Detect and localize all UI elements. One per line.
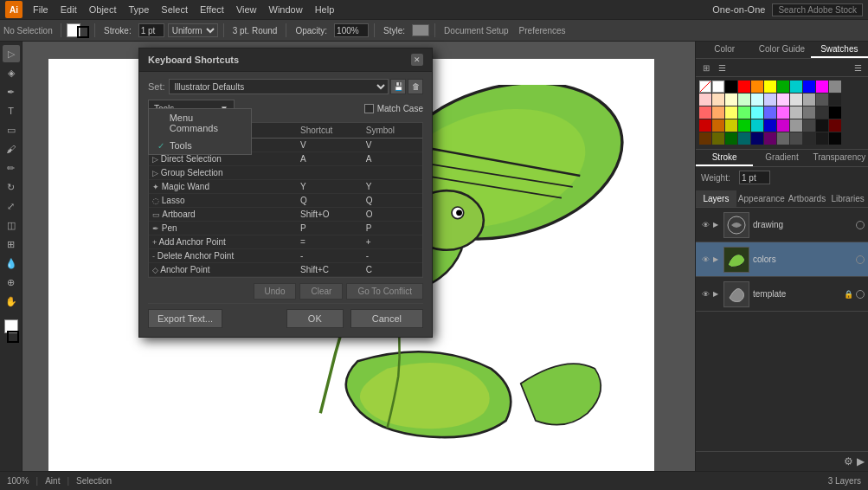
table-row[interactable]: ~ Curvature ToolShift+~~ — [149, 277, 422, 279]
dialog-overlay: Keyboard Shortcuts ✕ Set: Illustrator De… — [0, 0, 868, 490]
set-row: Set: Illustrator Defaults 💾 🗑 — [148, 79, 423, 94]
table-body: ▷ SelectionVV ▷ Direct SelectionAA ▷ Gro… — [149, 139, 422, 279]
table-row[interactable]: ✦ Magic WandYY — [149, 180, 422, 194]
tools-row: Tools ▼ Menu Commands ✓ Tools — [148, 100, 423, 117]
table-row[interactable]: - Delete Anchor Point-- — [149, 249, 422, 263]
table-row[interactable]: ◇ Anchor PointShift+CC — [149, 263, 422, 277]
dialog-close-button[interactable]: ✕ — [411, 54, 423, 66]
col-shortcut: Shortcut — [297, 123, 363, 139]
save-set-button[interactable]: 💾 — [390, 79, 406, 94]
ok-button[interactable]: OK — [286, 309, 344, 328]
export-text-button[interactable]: Export Text... — [148, 309, 222, 328]
action-row: Undo Clear Go To Conflict — [148, 283, 423, 300]
col-symbol: Symbol — [363, 123, 422, 139]
go-to-conflict-button[interactable]: Go To Conflict — [346, 283, 423, 300]
set-label: Set: — [148, 81, 165, 92]
table-row[interactable]: ◌ LassoQQ — [149, 194, 422, 208]
dialog-title: Keyboard Shortcuts — [148, 55, 239, 65]
match-case-container: Match Case — [364, 104, 423, 113]
table-row[interactable]: ▷ Group Selection — [149, 166, 422, 180]
table-row[interactable]: ▭ ArtboardShift+OO — [149, 208, 422, 222]
table-row[interactable]: ✒ PenPP — [149, 222, 422, 235]
tools-check: ✓ — [158, 141, 166, 151]
cancel-button[interactable]: Cancel — [350, 309, 423, 328]
dialog-titlebar: Keyboard Shortcuts ✕ — [139, 48, 432, 72]
match-case-label: Match Case — [377, 104, 423, 113]
tools-dropdown-menu: Menu Commands ✓ Tools — [148, 108, 252, 155]
undo-button[interactable]: Undo — [254, 283, 297, 300]
dialog-body: Set: Illustrator Defaults 💾 🗑 Tools ▼ — [139, 72, 432, 337]
match-case-checkbox[interactable] — [364, 104, 374, 113]
set-select[interactable]: Illustrator Defaults — [169, 79, 389, 94]
delete-set-button[interactable]: 🗑 — [408, 79, 423, 94]
table-row[interactable]: + Add Anchor Point=+ — [149, 235, 422, 249]
clear-button[interactable]: Clear — [299, 283, 343, 300]
menu-commands-item[interactable]: Menu Commands — [149, 109, 251, 137]
keyboard-shortcuts-dialog: Keyboard Shortcuts ✕ Set: Illustrator De… — [138, 48, 433, 338]
tools-item[interactable]: ✓ Tools — [149, 137, 251, 154]
ok-row: Export Text... OK Cancel — [148, 303, 423, 330]
